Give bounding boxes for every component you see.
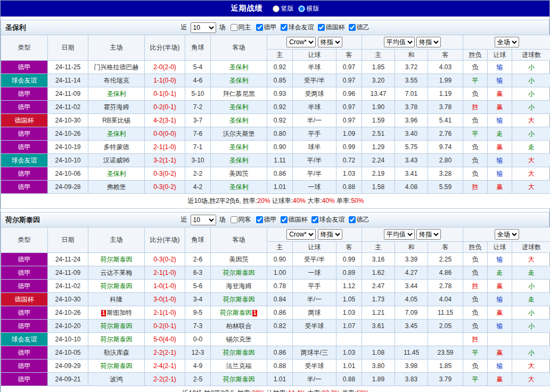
team-link[interactable]: 荷尔斯泰因 — [223, 296, 255, 303]
home-team[interactable]: 霍芬海姆 — [88, 101, 145, 114]
away-team[interactable]: 海登海姆 — [211, 280, 267, 293]
bookmaker-select[interactable]: Crow* — [286, 37, 316, 47]
team-link[interactable]: 拜仁慕尼黑 — [223, 90, 255, 97]
team-link[interactable]: 圣保利 — [229, 103, 249, 111]
team-link[interactable]: 圣保利 — [107, 90, 126, 97]
league-checkbox[interactable] — [311, 216, 318, 223]
team-link[interactable]: 圣保利 — [107, 170, 126, 177]
fulltime-select[interactable]: 全场 — [495, 229, 519, 240]
team-link[interactable]: 圣保利 — [229, 183, 249, 191]
home-team[interactable]: 荷尔斯泰因 — [88, 280, 145, 293]
league-checkbox[interactable] — [256, 24, 263, 31]
home-team[interactable]: 圣保利 — [88, 127, 145, 141]
away-team[interactable]: 荷尔斯泰因1 — [211, 306, 267, 320]
away-team[interactable]: 荷尔斯泰因 — [211, 373, 267, 386]
home-team[interactable]: 荷尔斯泰因 — [88, 360, 145, 373]
away-team[interactable]: 拜仁慕尼黑 — [211, 87, 267, 101]
team-link[interactable]: 美因茨 — [229, 170, 249, 177]
team-link[interactable]: 圣保利 — [229, 63, 249, 71]
league-filter-德国杯[interactable]: 德国杯 — [318, 23, 345, 32]
layout-horizontal-radio[interactable] — [298, 5, 305, 12]
same-venue-checkbox[interactable] — [231, 216, 237, 223]
league-filter-球会友谊[interactable]: 球会友谊 — [311, 215, 345, 224]
team-link[interactable]: 荷尔斯泰因 — [101, 362, 133, 370]
league-filter-德乙[interactable]: 德乙 — [349, 23, 370, 32]
home-team[interactable]: 多特蒙德 — [88, 141, 145, 154]
team-link[interactable]: 荷尔斯泰因 — [101, 336, 133, 343]
away-team[interactable]: 圣保利 — [211, 101, 267, 114]
team-link[interactable]: 霍芬海姆 — [104, 103, 129, 111]
home-team[interactable]: 波鸿 — [88, 373, 145, 386]
league-filter-球会友谊[interactable]: 球会友谊 — [281, 23, 314, 32]
league-checkbox[interactable] — [349, 216, 356, 223]
bookmaker-select[interactable]: Crow* — [286, 229, 316, 240]
away-team[interactable]: 荷尔斯泰因 — [211, 266, 267, 280]
league-filter-德国杯[interactable]: 德国杯 — [281, 215, 308, 224]
team-link[interactable]: 荷尔斯泰因 — [223, 349, 255, 356]
away-team[interactable]: 美因茨 — [211, 253, 267, 266]
league-filter-德甲[interactable]: 德甲 — [256, 215, 277, 224]
team-link[interactable]: RB莱比锡 — [102, 117, 130, 124]
team-link[interactable]: 多特蒙德 — [104, 143, 129, 151]
away-team[interactable]: 沃尔夫斯堡 — [211, 127, 267, 141]
home-team[interactable]: 圣保利 — [88, 167, 145, 181]
team-link[interactable]: 沃尔夫斯堡 — [223, 130, 255, 137]
league-checkbox[interactable] — [349, 24, 356, 31]
home-team[interactable]: 圣保利 — [88, 87, 145, 101]
team-link[interactable]: 圣保利 — [229, 143, 249, 151]
team-link[interactable]: 弗赖堡 — [107, 183, 126, 191]
away-team[interactable]: 圣保利 — [211, 74, 267, 87]
layout-vertical-option[interactable]: 竖版 — [273, 4, 294, 13]
odds-final-select[interactable]: 终指 — [318, 229, 342, 240]
away-team[interactable]: 美因茨 — [211, 167, 267, 181]
team-link[interactable]: 海登海姆 — [226, 282, 252, 290]
team-link[interactable]: 斯图加特 — [106, 309, 132, 316]
away-team[interactable]: 锡尔克堡 — [211, 333, 267, 346]
league-filter-德甲[interactable]: 德甲 — [256, 23, 277, 32]
team-link[interactable]: 法兰克福 — [226, 362, 252, 370]
home-team[interactable]: 1斯图加特 — [88, 306, 145, 320]
average-select[interactable]: 平均值 — [384, 229, 415, 240]
odds-final-select[interactable]: 终指 — [318, 37, 342, 47]
away-team[interactable]: 柏林联合 — [211, 320, 267, 333]
home-team[interactable]: RB莱比锡 — [88, 114, 145, 127]
team-link[interactable]: 荷尔斯泰因 — [101, 322, 133, 330]
team-link[interactable]: 圣保利 — [229, 117, 249, 124]
team-link[interactable]: 布伦瑞克 — [104, 77, 129, 84]
away-team[interactable]: 圣保利 — [211, 114, 267, 127]
away-team[interactable]: 圣保利 — [211, 61, 267, 74]
away-team[interactable]: 荷尔斯泰因 — [211, 346, 267, 360]
team-link[interactable]: 圣保利 — [229, 77, 249, 84]
team-link[interactable]: 波鸿 — [110, 375, 123, 383]
league-checkbox[interactable] — [256, 216, 263, 223]
layout-horizontal-option[interactable]: 横版 — [298, 4, 319, 13]
fulltime-select[interactable]: 全场 — [495, 37, 519, 47]
layout-vertical-radio[interactable] — [273, 5, 280, 12]
away-team[interactable]: 圣保利 — [211, 154, 267, 167]
team-link[interactable]: 荷尔斯泰因 — [223, 375, 255, 383]
average-select[interactable]: 平均值 — [384, 37, 415, 47]
avg-final-select[interactable]: 终指 — [416, 37, 441, 47]
league-checkbox[interactable] — [318, 24, 325, 31]
home-team[interactable]: 科隆 — [88, 293, 145, 306]
away-team[interactable]: 圣保利 — [211, 181, 267, 194]
avg-final-select[interactable]: 终指 — [416, 229, 441, 240]
team-link[interactable]: 美因茨 — [229, 256, 249, 263]
team-link[interactable]: 圣保利 — [229, 157, 249, 164]
home-team[interactable]: 弗赖堡 — [88, 181, 145, 194]
home-team[interactable]: 勒沃库森 — [88, 346, 145, 360]
same-venue-checkbox[interactable] — [231, 24, 237, 31]
team-link[interactable]: 锡尔克堡 — [226, 336, 252, 343]
home-team[interactable]: 门兴格拉德巴赫 — [88, 61, 145, 74]
home-team[interactable]: 荷尔斯泰因 — [88, 320, 145, 333]
away-team[interactable]: 法兰克福 — [211, 360, 267, 373]
team-link[interactable]: 荷尔斯泰因 — [220, 309, 252, 316]
home-team[interactable]: 荷尔斯泰因 — [88, 333, 145, 346]
league-checkbox[interactable] — [281, 24, 288, 31]
away-team[interactable]: 荷尔斯泰因 — [211, 293, 267, 306]
team-link[interactable]: 门兴格拉德巴赫 — [94, 63, 139, 71]
home-team[interactable]: 布伦瑞克 — [88, 74, 145, 87]
away-team[interactable]: 圣保利 — [211, 141, 267, 154]
team-link[interactable]: 柏林联合 — [226, 322, 252, 330]
match-count-select[interactable]: 10 — [191, 22, 216, 33]
